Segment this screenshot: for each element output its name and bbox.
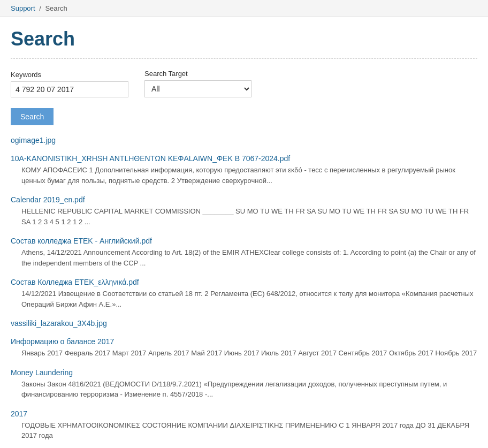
result-snippet: ГОДОВЫЕ ΧΡΗΜΑΤΟΟΙΚΟΝΟΜΙΚΕΣ СОСТОЯНИЕ КОМ… [11,420,477,441]
keywords-input[interactable] [11,81,128,97]
breadcrumb-bar: Support / Search [0,0,488,17]
result-link[interactable]: ogimage1.jpg [11,136,477,145]
result-item: 2017ГОДОВЫЕ ΧΡΗΜΑΤΟΟΙΚΟΝΟΜΙΚΕΣ СОСТОЯНИЕ… [11,409,477,441]
result-item: Состав Колледжа ETEK_ελληνικά.pdf14/12/2… [11,278,477,309]
result-item: Money LaunderingЗаконы Закон 4816/2021 (… [11,368,477,400]
result-link[interactable]: Информацию о балансе 2017 [11,337,477,346]
result-snippet: Январь 2017 Февраль 2017 Март 2017 Апрел… [11,348,477,359]
result-snippet: 14/12/2021 Извещение в Соответствии со с… [11,288,477,309]
result-link[interactable]: Состав колледжа ETEK - Английский.pdf [11,237,477,245]
result-item: Состав колледжа ETEK - Английский.pdfAth… [11,237,477,268]
result-item: Calendar 2019_en.pdfHELLENIC REPUBLIC CA… [11,195,477,227]
result-item: ogimage1.jpg [11,136,477,145]
result-link[interactable]: Calendar 2019_en.pdf [11,195,477,204]
result-snippet: Законы Закон 4816/2021 (ВЕДОМОСТИ D/118/… [11,379,477,400]
result-snippet: КОМУ АПОФАСЕИС 1 Дополнительная информац… [11,165,477,186]
result-item: Информацию о балансе 2017Январь 2017 Фев… [11,337,477,359]
breadcrumb-support-link[interactable]: Support [11,4,35,12]
breadcrumb-separator: / [39,4,41,12]
search-form: Keywords Search Target All Documents Pag… [11,70,477,125]
result-item: vassiliki_lazarakou_3X4b.jpg [11,319,477,328]
search-target-select[interactable]: All Documents Pages [144,80,251,97]
keywords-group: Keywords [11,71,128,97]
result-link[interactable]: vassiliki_lazarakou_3X4b.jpg [11,319,477,328]
result-link[interactable]: Состав Колледжа ETEK_ελληνικά.pdf [11,278,477,286]
result-link[interactable]: 2017 [11,409,477,418]
result-snippet: Athens, 14/12/2021 Announcement Accordin… [11,247,477,268]
results-section: ogimage1.jpg10A-KANONISTIKH_XRHSH ANTLHΘ… [11,136,477,448]
result-link[interactable]: 10A-KANONISTIKH_XRHSH ANTLHΘENTΩN KEΦALA… [11,154,477,163]
result-snippet: HELLENIC REPUBLIC CAPITAL MARKET COMMISS… [11,206,477,227]
breadcrumb-current: Search [45,4,67,12]
page-title: Search [11,28,477,59]
keywords-label: Keywords [11,71,128,79]
search-target-group: Search Target All Documents Pages [144,70,251,97]
result-item: 10A-KANONISTIKH_XRHSH ANTLHΘENTΩN KEΦALA… [11,154,477,186]
search-button[interactable]: Search [11,108,54,125]
search-target-label: Search Target [144,70,251,78]
result-link[interactable]: Money Laundering [11,368,477,377]
